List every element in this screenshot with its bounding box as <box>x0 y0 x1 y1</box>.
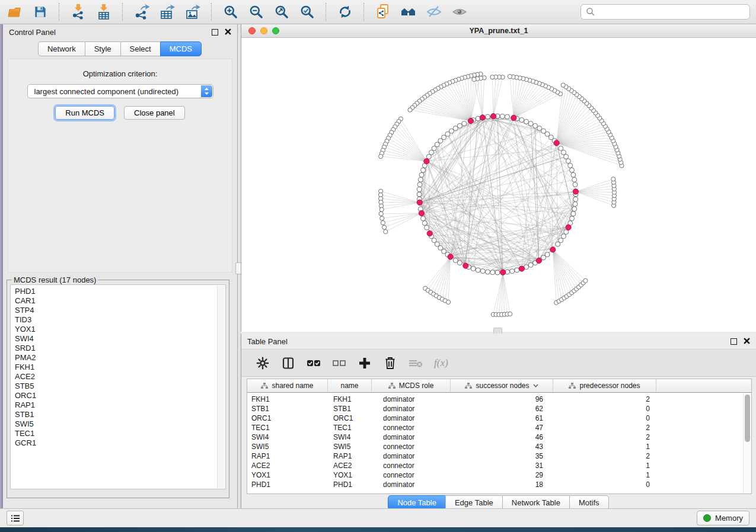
zoom-selected-icon[interactable] <box>298 3 316 21</box>
dominator-node[interactable] <box>566 225 571 230</box>
satellite-node[interactable] <box>408 108 412 112</box>
network-node[interactable] <box>480 269 485 274</box>
network-node[interactable] <box>533 123 538 128</box>
network-node[interactable] <box>417 182 422 187</box>
network-node[interactable] <box>562 150 566 155</box>
optimization-select[interactable]: largest connected component (undirected) <box>27 84 213 98</box>
delete-column-icon[interactable] <box>383 356 397 370</box>
hide-selected-icon[interactable] <box>425 3 443 21</box>
close-panel-icon[interactable] <box>225 28 231 37</box>
network-node[interactable] <box>566 159 570 164</box>
dominator-node[interactable] <box>463 263 468 268</box>
mcds-result-item[interactable]: YOX1 <box>15 325 225 334</box>
network-node[interactable] <box>528 262 533 267</box>
table-row[interactable]: SWI4SWI4dominator462 <box>247 432 751 442</box>
close-panel-button[interactable]: Close panel <box>124 106 185 120</box>
mcds-result-list[interactable]: PHD1CAR1STP4TID3YOX1SWI4SRD1PMA2FKH1ACE2… <box>10 284 226 489</box>
table-row[interactable]: SWI5SWI5connector431 <box>247 442 751 451</box>
satellite-node[interactable] <box>508 75 512 79</box>
column-header-successor-nodes[interactable]: successor nodes <box>451 379 553 392</box>
table-row[interactable]: ACE2ACE2connector311 <box>247 461 751 470</box>
network-node[interactable] <box>519 118 524 123</box>
mcds-result-item[interactable]: PMA2 <box>15 353 225 363</box>
satellite-node[interactable] <box>611 177 615 181</box>
network-node[interactable] <box>572 177 577 182</box>
mcds-result-item[interactable]: SWI4 <box>15 334 225 344</box>
network-node[interactable] <box>486 270 490 274</box>
tab-select[interactable]: Select <box>120 41 161 56</box>
network-node[interactable] <box>570 216 575 221</box>
network-node[interactable] <box>486 114 490 119</box>
network-node[interactable] <box>490 270 495 275</box>
dominator-node[interactable] <box>573 189 578 194</box>
mcds-result-item[interactable]: STP4 <box>15 306 225 315</box>
window-minimize-button[interactable] <box>260 27 267 34</box>
satellite-node[interactable] <box>561 83 565 87</box>
function-builder-icon[interactable]: f(x) <box>434 357 448 369</box>
network-node[interactable] <box>545 252 550 257</box>
export-table-icon[interactable] <box>158 3 176 21</box>
open-session-icon[interactable] <box>6 3 24 21</box>
table-settings-icon[interactable] <box>256 356 270 370</box>
network-node[interactable] <box>571 172 576 177</box>
network-node[interactable] <box>568 163 573 168</box>
network-node[interactable] <box>510 269 515 274</box>
mcds-result-item[interactable]: SWI5 <box>15 419 225 429</box>
satellite-node[interactable] <box>379 207 384 211</box>
network-node[interactable] <box>515 268 519 273</box>
float-table-panel-icon[interactable] <box>731 338 737 345</box>
first-neighbors-icon[interactable] <box>400 3 417 21</box>
satellite-node[interactable] <box>379 211 383 216</box>
mcds-result-item[interactable]: PHD1 <box>15 287 225 296</box>
network-node[interactable] <box>500 114 505 118</box>
table-row[interactable]: FKH1FKH1dominator962 <box>247 395 751 404</box>
column-header-MCDS-role[interactable]: MCDS role <box>372 379 451 392</box>
satellite-node[interactable] <box>379 154 383 158</box>
refresh-icon[interactable] <box>336 3 354 21</box>
import-network-icon[interactable] <box>69 3 87 21</box>
network-node[interactable] <box>571 211 576 216</box>
export-network-icon[interactable] <box>133 3 151 21</box>
network-node[interactable] <box>425 225 429 230</box>
dominator-node[interactable] <box>500 270 506 275</box>
column-visibility-icon[interactable] <box>281 356 295 370</box>
table-scrollbar[interactable] <box>743 393 751 493</box>
dominator-node[interactable] <box>491 114 496 119</box>
delete-table-icon[interactable] <box>409 356 423 370</box>
table-row[interactable]: PHD1PHD1dominator180 <box>247 480 751 489</box>
network-node[interactable] <box>429 150 434 155</box>
mcds-result-item[interactable]: RAP1 <box>15 400 225 410</box>
mcds-result-item[interactable]: ACE2 <box>15 372 225 382</box>
tab-mcds[interactable]: MCDS <box>160 41 202 56</box>
network-node[interactable] <box>418 177 423 182</box>
show-all-icon[interactable] <box>451 3 468 21</box>
run-mcds-button[interactable]: Run MCDS <box>55 106 114 120</box>
network-node[interactable] <box>559 238 563 243</box>
table-row[interactable]: ORC1ORC1dominator610 <box>247 414 751 423</box>
mcds-result-item[interactable]: ORC1 <box>15 391 225 400</box>
network-node[interactable] <box>495 270 500 275</box>
dominator-node[interactable] <box>519 266 524 271</box>
dominator-node[interactable] <box>554 140 559 146</box>
mcds-result-item[interactable]: CAR1 <box>15 296 225 306</box>
mcds-list-scrollbar[interactable] <box>217 286 225 488</box>
mcds-result-item[interactable]: TID3 <box>15 315 225 325</box>
network-node[interactable] <box>476 268 480 273</box>
table-row[interactable]: YOX1YOX1connector291 <box>247 470 751 480</box>
export-image-icon[interactable] <box>184 3 202 21</box>
zoom-fit-icon[interactable] <box>273 3 291 21</box>
mcds-result-item[interactable]: STB1 <box>15 410 225 419</box>
dominator-node[interactable] <box>480 115 485 120</box>
search-input[interactable] <box>580 4 750 20</box>
tab-network[interactable]: Network <box>38 41 85 56</box>
network-node[interactable] <box>419 172 424 177</box>
mcds-result-item[interactable]: SRD1 <box>15 344 225 353</box>
network-node[interactable] <box>457 261 462 265</box>
task-history-button[interactable] <box>7 511 24 525</box>
network-node[interactable] <box>462 121 467 126</box>
dominator-node[interactable] <box>424 159 429 164</box>
network-node[interactable] <box>524 119 529 124</box>
zoom-out-icon[interactable] <box>247 3 265 21</box>
close-table-panel-icon[interactable] <box>744 337 750 346</box>
table-row[interactable]: STB1STB1dominator620 <box>247 404 751 414</box>
